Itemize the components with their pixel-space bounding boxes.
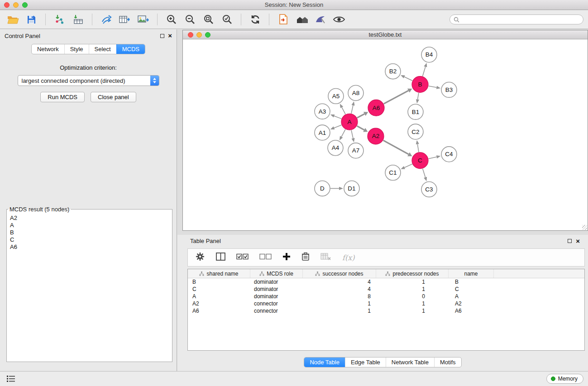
close-panel-button[interactable]: Close panel [91, 92, 136, 102]
help-button[interactable] [312, 12, 329, 27]
refresh-button[interactable] [247, 12, 263, 27]
list-item[interactable]: A2 [10, 214, 169, 222]
cell-name[interactable]: C [449, 286, 494, 293]
zoom-in-button[interactable] [163, 12, 180, 27]
column-header[interactable]: predecessor nodes [376, 269, 449, 278]
float-panel-icon[interactable] [568, 239, 572, 243]
cell-predecessor-nodes[interactable]: 1 [376, 286, 449, 293]
table-row[interactable]: A2 connector 1 1 A2 [188, 300, 584, 307]
export-image-icon [138, 14, 149, 24]
list-item[interactable]: A [10, 222, 169, 229]
network-zoom-button[interactable] [205, 32, 210, 38]
cell-predecessor-nodes[interactable]: 1 [376, 307, 449, 315]
export-network-button[interactable] [98, 12, 115, 27]
cell-name[interactable]: A6 [449, 307, 494, 315]
cell-shared-name[interactable]: A2 [188, 300, 250, 307]
list-item[interactable]: C [10, 236, 169, 243]
export-image-button[interactable] [135, 12, 152, 27]
network-window-titlebar[interactable]: testGlobe.txt [183, 30, 588, 39]
tab-node-table[interactable]: Node Table [304, 357, 345, 367]
cell-mcds-role[interactable]: dominator [250, 293, 303, 300]
delete-column-button[interactable] [301, 252, 310, 263]
tab-style[interactable]: Style [64, 44, 89, 54]
cell-successor-nodes[interactable]: 4 [303, 278, 376, 286]
cell-mcds-role[interactable]: dominator [250, 278, 303, 286]
show-columns-button[interactable] [216, 253, 225, 262]
memory-button[interactable]: Memory [546, 374, 583, 384]
cell-name[interactable]: B [449, 278, 494, 286]
zoom-out-button[interactable] [182, 12, 198, 27]
table-row[interactable]: C dominator 4 1 C [188, 286, 584, 293]
window-zoom-button[interactable] [22, 2, 28, 8]
cell-successor-nodes[interactable]: 1 [303, 300, 376, 307]
save-session-button[interactable] [23, 12, 40, 27]
search-field[interactable] [449, 14, 583, 24]
column-header[interactable]: shared name [188, 269, 250, 278]
open-session-button[interactable] [5, 12, 21, 27]
zoom-selected-button[interactable] [219, 12, 235, 27]
graph-edge-A6-B [384, 91, 409, 104]
tab-select[interactable]: Select [89, 44, 116, 54]
column-header[interactable]: name [449, 269, 494, 278]
list-item[interactable]: B [10, 229, 169, 236]
cell-shared-name[interactable]: C [188, 286, 250, 293]
column-header[interactable]: successor nodes [303, 269, 376, 278]
search-input[interactable] [461, 15, 583, 24]
cell-mcds-role[interactable]: connector [250, 300, 303, 307]
cell-name[interactable]: A [449, 293, 494, 300]
deselect-all-rows-button[interactable] [259, 253, 272, 262]
add-column-button[interactable] [282, 253, 291, 262]
cell-successor-nodes[interactable]: 1 [303, 307, 376, 315]
column-header[interactable]: MCDS role [250, 269, 303, 278]
network-graph[interactable]: B4B2BB3A8A5A6A3B1AC2A1A2A4A7C4CC1DD1C3 [183, 40, 588, 230]
tab-motifs[interactable]: Motifs [434, 357, 461, 367]
table-row[interactable]: B dominator 4 1 B [188, 278, 584, 286]
resize-grip[interactable] [582, 225, 587, 230]
column-label: name [464, 271, 478, 277]
toggle-visibility-button[interactable] [330, 12, 347, 27]
zoom-fit-button[interactable] [200, 12, 217, 27]
export-table-button[interactable] [116, 12, 133, 27]
window-close-button[interactable] [4, 2, 10, 8]
list-item[interactable]: A6 [10, 243, 169, 251]
cell-shared-name[interactable]: A [188, 293, 250, 300]
import-table-file-button[interactable] [70, 12, 86, 27]
network-canvas[interactable]: B4B2BB3A8A5A6A3B1AC2A1A2A4A7C4CC1DD1C3 [183, 40, 588, 230]
close-panel-icon[interactable]: × [168, 33, 172, 38]
cell-mcds-role[interactable]: connector [250, 307, 303, 315]
import-network-file-button[interactable] [51, 12, 68, 27]
task-history-button[interactable] [5, 374, 17, 383]
tab-mcds[interactable]: MCDS [116, 44, 145, 54]
select-all-rows-button[interactable] [236, 253, 249, 262]
cell-predecessor-nodes[interactable]: 1 [376, 278, 449, 286]
function-builder-button[interactable]: f(x) [342, 253, 354, 262]
delete-table-button[interactable] [320, 253, 331, 262]
close-panel-icon[interactable]: × [576, 239, 580, 243]
cell-predecessor-nodes[interactable]: 1 [376, 300, 449, 307]
window-titlebar: Session: New Session [0, 0, 588, 10]
window-minimize-button[interactable] [13, 2, 19, 8]
open-document-button[interactable] [275, 12, 292, 27]
cell-mcds-role[interactable]: dominator [250, 286, 303, 293]
document-arrow-icon [278, 14, 288, 25]
home-button[interactable] [293, 12, 310, 27]
network-minimize-button[interactable] [196, 32, 202, 38]
float-panel-icon[interactable] [160, 34, 164, 38]
toolbar-separator [269, 14, 269, 25]
network-close-button[interactable] [188, 32, 193, 38]
run-mcds-button[interactable]: Run MCDS [40, 92, 85, 102]
table-settings-button[interactable] [195, 252, 205, 263]
cell-successor-nodes[interactable]: 8 [303, 293, 376, 300]
cell-predecessor-nodes[interactable]: 0 [376, 293, 449, 300]
table-row[interactable]: A dominator 8 0 A [188, 293, 584, 300]
tab-network-table[interactable]: Network Table [386, 357, 434, 367]
cell-successor-nodes[interactable]: 4 [303, 286, 376, 293]
tab-edge-table[interactable]: Edge Table [345, 357, 386, 367]
cell-shared-name[interactable]: B [188, 278, 250, 286]
cell-name[interactable]: A2 [449, 300, 494, 307]
criterion-dropdown[interactable]: largest connected component (directed) [18, 75, 159, 86]
table-row[interactable]: A6 connector 1 1 A6 [188, 307, 584, 315]
mcds-result-list[interactable]: A2 A B C A6 [8, 214, 171, 361]
tab-network[interactable]: Network [32, 44, 64, 54]
cell-shared-name[interactable]: A6 [188, 307, 250, 315]
